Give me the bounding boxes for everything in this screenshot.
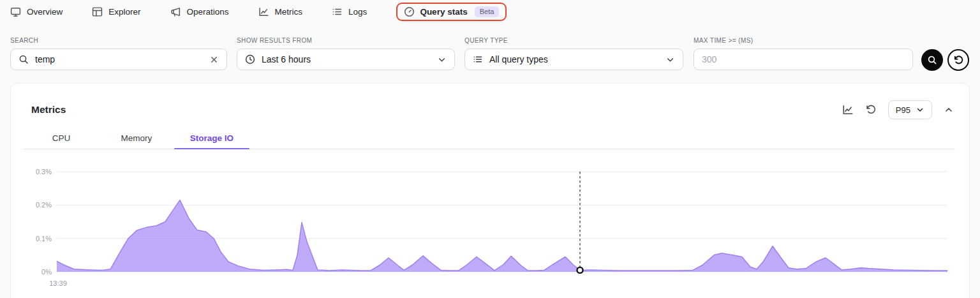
nav-item-label: Operations (187, 7, 229, 17)
time-range-value: Last 6 hours (262, 54, 431, 64)
metrics-panel-header: Metrics P95 (11, 99, 969, 121)
x-tick-label: 13:39 (49, 279, 67, 287)
query-type-label: QUERY TYPE (464, 37, 683, 44)
rotate-ccw-icon (953, 55, 964, 66)
table-icon (92, 6, 103, 17)
search-input[interactable] (35, 54, 203, 64)
nav-item-logs[interactable]: Logs (332, 6, 367, 17)
chart-area[interactable]: 0.3%0.2%0.1%0%13:39 (11, 160, 970, 294)
monitor-icon (10, 6, 21, 17)
run-search-button[interactable] (921, 49, 943, 71)
line-chart-icon[interactable] (842, 104, 854, 115)
nav-item-query-stats[interactable]: Query statsBeta (396, 3, 507, 21)
y-tick-label: 0.1% (36, 235, 52, 242)
chart-line-icon (258, 6, 269, 17)
search-filter-group: SEARCH (10, 37, 227, 70)
nav-item-metrics[interactable]: Metrics (258, 6, 303, 17)
beta-badge: Beta (475, 6, 500, 17)
reset-zoom-icon[interactable] (865, 104, 877, 115)
nav-item-label: Explorer (108, 7, 140, 17)
megaphone-icon (170, 6, 181, 17)
clock-icon (245, 54, 255, 64)
time-range-label: SHOW RESULTS FROM (237, 37, 455, 44)
rows-icon (332, 6, 343, 17)
nav-item-label: Overview (27, 7, 63, 17)
panel-controls: P95 (842, 100, 954, 119)
gauge-icon (404, 6, 415, 17)
cursor-marker (577, 267, 583, 273)
y-tick-label: 0.2% (36, 201, 52, 209)
tab-cpu[interactable]: CPU (24, 130, 99, 149)
tab-storage-io[interactable]: Storage IO (174, 130, 249, 149)
nav-item-label: Query stats (420, 7, 467, 17)
chevron-down-icon (916, 105, 924, 114)
nav-item-label: Metrics (275, 7, 303, 17)
y-tick-label: 0.3% (36, 168, 52, 175)
tab-memory[interactable]: Memory (99, 130, 174, 149)
max-time-input[interactable] (702, 54, 905, 64)
search-icon (19, 54, 29, 64)
max-time-input-container (694, 48, 913, 70)
chevron-down-icon (665, 55, 675, 64)
time-range-filter-group: SHOW RESULTS FROM Last 6 hours (237, 37, 455, 70)
clear-search-icon[interactable] (209, 55, 219, 64)
time-range-select[interactable]: Last 6 hours (237, 48, 455, 70)
y-tick-label: 0% (41, 268, 52, 276)
nav-item-label: Logs (348, 7, 367, 17)
max-time-filter-group: MAX TIME >= (MS) (694, 37, 913, 70)
reset-filters-button[interactable] (947, 49, 969, 71)
max-time-label: MAX TIME >= (MS) (694, 37, 913, 44)
top-nav: OverviewExplorerOperationsMetricsLogsQue… (10, 0, 507, 23)
nav-item-explorer[interactable]: Explorer (92, 6, 140, 17)
metrics-tabs: CPUMemoryStorage IO (24, 130, 955, 149)
metrics-panel: Metrics P95 CPUMemoryStorage IO 0.3%0.2%… (10, 83, 970, 298)
percentile-select[interactable]: P95 (888, 100, 932, 119)
query-type-value: All query types (489, 54, 659, 64)
chevron-down-icon (437, 55, 447, 64)
query-type-filter-group: QUERY TYPE All query types (464, 37, 683, 70)
list-icon (473, 54, 483, 64)
search-icon (927, 55, 937, 65)
query-type-select[interactable]: All query types (464, 48, 683, 70)
collapse-panel-icon[interactable] (944, 105, 954, 115)
storage-io-chart: 0.3%0.2%0.1%0%13:39 (11, 160, 970, 294)
area-fill (57, 200, 947, 272)
nav-item-overview[interactable]: Overview (10, 6, 63, 17)
percentile-value: P95 (896, 105, 910, 115)
nav-item-operations[interactable]: Operations (170, 6, 229, 17)
panel-title: Metrics (31, 104, 66, 115)
search-label: SEARCH (10, 37, 227, 44)
search-input-container (10, 48, 227, 70)
